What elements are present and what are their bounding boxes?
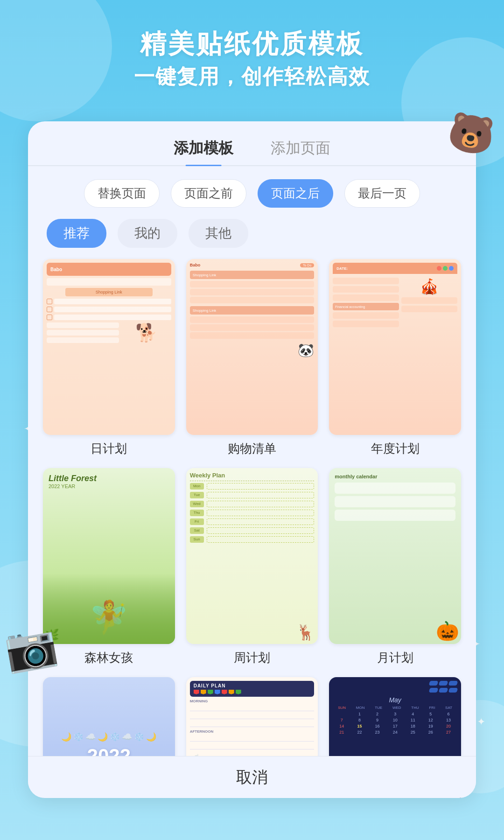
- template-label-monthly-plan: 月计划: [377, 650, 413, 666]
- camera-decoration-icon: 📷: [1, 619, 61, 676]
- template-thumb-forest-girl: Little Forest 2022 YEAR 🧚 🌿: [43, 468, 175, 644]
- pos-btn-last[interactable]: 最后一页: [344, 179, 420, 208]
- pos-btn-before[interactable]: 页面之前: [171, 179, 246, 208]
- header-area: 精美贴纸优质模板 一键复用，创作轻松高效: [0, 28, 504, 91]
- template-label-weekly-plan: 周计划: [234, 650, 270, 666]
- template-thumb-monthly-plan: monthly calendar 🎃: [329, 468, 461, 644]
- template-grid: Babo Shopping Link 🐕 日计划: [28, 248, 476, 798]
- template-thumb-weekly-plan: Weekly Plan Mon Tue Wed Thu Fri Sat Sun …: [186, 468, 318, 644]
- cat-pill-other[interactable]: 其他: [189, 219, 248, 248]
- template-cell-weekly-plan[interactable]: Weekly Plan Mon Tue Wed Thu Fri Sat Sun …: [186, 468, 318, 666]
- template-label-daily-plan: 日计划: [91, 441, 127, 457]
- template-label-yearly-plan: 年度计划: [371, 441, 420, 457]
- template-cell-forest-girl[interactable]: Little Forest 2022 YEAR 🧚 🌿 森林女孩: [43, 468, 175, 666]
- tabs-row: 添加模板 添加页面: [28, 121, 476, 166]
- header-title-line1: 精美贴纸优质模板: [0, 28, 504, 59]
- template-cell-monthly-plan[interactable]: monthly calendar 🎃 月计划: [329, 468, 461, 666]
- cat-pill-mine[interactable]: 我的: [118, 219, 177, 248]
- main-card: 添加模板 添加页面 替换页面 页面之前 页面之后 最后一页 推荐 我的 其他 B…: [28, 121, 476, 798]
- cancel-button-area[interactable]: 取消: [28, 756, 476, 798]
- weekly-plan-text: Weekly Plan: [190, 472, 315, 481]
- template-thumb-daily-plan: Babo Shopping Link 🐕: [43, 259, 175, 435]
- pos-btn-replace[interactable]: 替换页面: [84, 179, 160, 208]
- template-cell-daily-plan[interactable]: Babo Shopping Link 🐕 日计划: [43, 259, 175, 457]
- tab-add-page[interactable]: 添加页面: [271, 138, 330, 165]
- template-label-shopping-list: 购物清单: [228, 441, 276, 457]
- sparkle-icon-4: ✦: [477, 716, 485, 728]
- bear-decoration-icon: 🐻: [445, 108, 498, 160]
- cancel-label: 取消: [236, 767, 268, 788]
- template-cell-shopping-list[interactable]: Babo To Do Shopping Link Shopping Link 🐼: [186, 259, 318, 457]
- template-cell-yearly-plan[interactable]: DATE: Financial accounting: [329, 259, 461, 457]
- pos-btn-after[interactable]: 页面之后: [258, 179, 333, 208]
- template-thumb-yearly-plan: DATE: Financial accounting: [329, 259, 461, 435]
- template-label-forest-girl: 森林女孩: [84, 650, 133, 666]
- position-row: 替换页面 页面之前 页面之后 最后一页: [28, 166, 476, 208]
- template-thumb-shopping-list: Babo To Do Shopping Link Shopping Link 🐼: [186, 259, 318, 435]
- forest-girl-title: Little Forest: [49, 474, 169, 484]
- header-title-line2: 一键复用，创作轻松高效: [0, 63, 504, 91]
- category-row: 推荐 我的 其他: [28, 208, 476, 248]
- cat-pill-recommended[interactable]: 推荐: [47, 219, 106, 248]
- tab-add-template[interactable]: 添加模板: [174, 138, 233, 165]
